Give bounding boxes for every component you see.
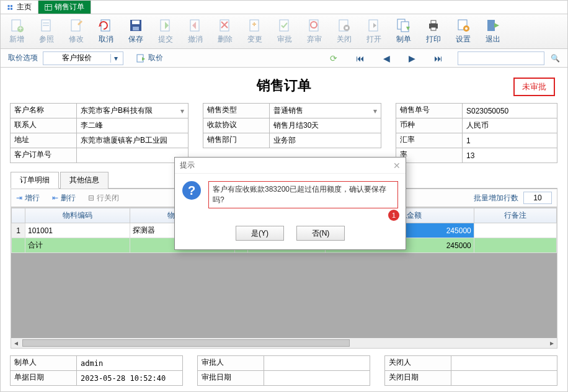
modal-overlay: 提示 ✕ ? 客户有应收账款383200已超过信用额度，确认要保存吗? 1 是(… (1, 1, 567, 391)
question-icon: ? (182, 181, 201, 200)
close-icon[interactable]: ✕ (393, 161, 401, 171)
dialog-message: 客户有应收账款383200已超过信用额度，确认要保存吗? (208, 181, 398, 208)
no-button[interactable]: 否(N) (296, 226, 345, 241)
dialog-header: 提示 ✕ (175, 158, 406, 174)
alert-badge: 1 (388, 210, 399, 221)
dialog-title: 提示 (180, 160, 195, 171)
yes-button[interactable]: 是(Y) (236, 226, 284, 241)
confirm-dialog: 提示 ✕ ? 客户有应收账款383200已超过信用额度，确认要保存吗? 1 是(… (174, 157, 406, 250)
